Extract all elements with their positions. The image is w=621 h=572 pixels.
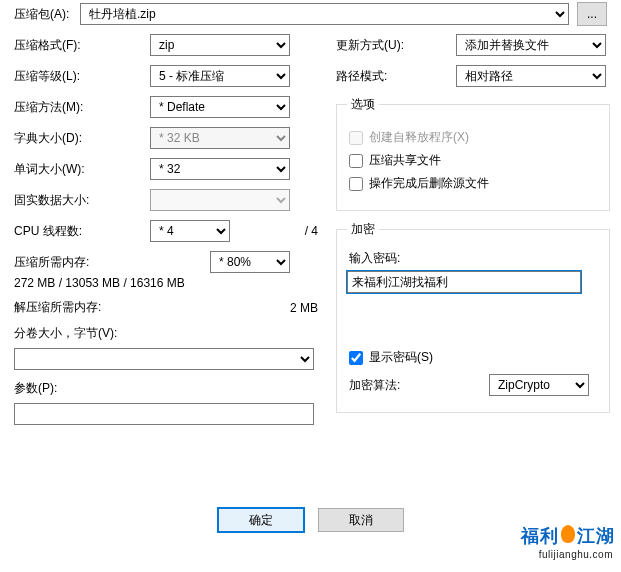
showpw-label: 显示密码(S)	[369, 349, 433, 366]
cancel-button[interactable]: 取消	[318, 508, 404, 532]
archive-label: 压缩包(A):	[14, 6, 72, 23]
split-label: 分卷大小，字节(V):	[0, 325, 117, 342]
enc-method-label: 加密算法:	[349, 377, 489, 394]
ok-button[interactable]: 确定	[218, 508, 304, 532]
mem-decomp-value: 2 MB	[290, 301, 330, 315]
solid-select	[150, 189, 290, 211]
method-select[interactable]: * Deflate	[150, 96, 290, 118]
share-label: 压缩共享文件	[369, 152, 441, 169]
password-label: 输入密码:	[349, 250, 599, 267]
options-group: 选项 创建自释放程序(X) 压缩共享文件 操作完成后删除源文件	[336, 96, 610, 211]
options-legend: 选项	[347, 96, 379, 113]
sfx-checkbox	[349, 131, 363, 145]
format-label: 压缩格式(F):	[0, 37, 150, 54]
params-input[interactable]	[14, 403, 314, 425]
archive-path-select[interactable]: 牡丹培植.zip	[80, 3, 569, 25]
watermark-logo: 福利 江湖	[521, 524, 615, 548]
mem-comp-label: 压缩所需内存:	[0, 254, 150, 271]
method-label: 压缩方法(M):	[0, 99, 150, 116]
split-size-select[interactable]	[14, 348, 314, 370]
update-select[interactable]: 添加并替换文件	[456, 34, 606, 56]
logo-icon	[561, 525, 575, 543]
mem-pct-select[interactable]: * 80%	[210, 251, 290, 273]
path-label: 路径模式:	[336, 68, 456, 85]
mem-decomp-label: 解压缩所需内存:	[0, 299, 150, 316]
enc-method-select[interactable]: ZipCrypto	[489, 374, 589, 396]
format-select[interactable]: zip	[150, 34, 290, 56]
threads-select[interactable]: * 4	[150, 220, 230, 242]
encryption-legend: 加密	[347, 221, 379, 238]
threads-label: CPU 线程数:	[0, 223, 150, 240]
word-select[interactable]: * 32	[150, 158, 290, 180]
level-select[interactable]: 5 - 标准压缩	[150, 65, 290, 87]
dict-select[interactable]: * 32 KB	[150, 127, 290, 149]
browse-button[interactable]: ...	[577, 2, 607, 26]
encryption-group: 加密 输入密码: 显示密码(S) 加密算法: ZipCrypto	[336, 221, 610, 413]
path-select[interactable]: 相对路径	[456, 65, 606, 87]
delete-label: 操作完成后删除源文件	[369, 175, 489, 192]
share-checkbox[interactable]	[349, 154, 363, 168]
level-label: 压缩等级(L):	[0, 68, 150, 85]
sfx-label: 创建自释放程序(X)	[369, 129, 469, 146]
delete-checkbox[interactable]	[349, 177, 363, 191]
threads-total: / 4	[305, 224, 330, 238]
password-input[interactable]	[347, 271, 581, 293]
showpw-checkbox[interactable]	[349, 351, 363, 365]
word-label: 单词大小(W):	[0, 161, 150, 178]
update-label: 更新方式(U):	[336, 37, 456, 54]
solid-label: 固实数据大小:	[0, 192, 150, 209]
watermark-url: fulijianghu.com	[539, 549, 613, 560]
mem-comp-value: 272 MB / 13053 MB / 16316 MB	[0, 276, 185, 290]
dict-label: 字典大小(D):	[0, 130, 150, 147]
params-label: 参数(P):	[0, 380, 57, 397]
